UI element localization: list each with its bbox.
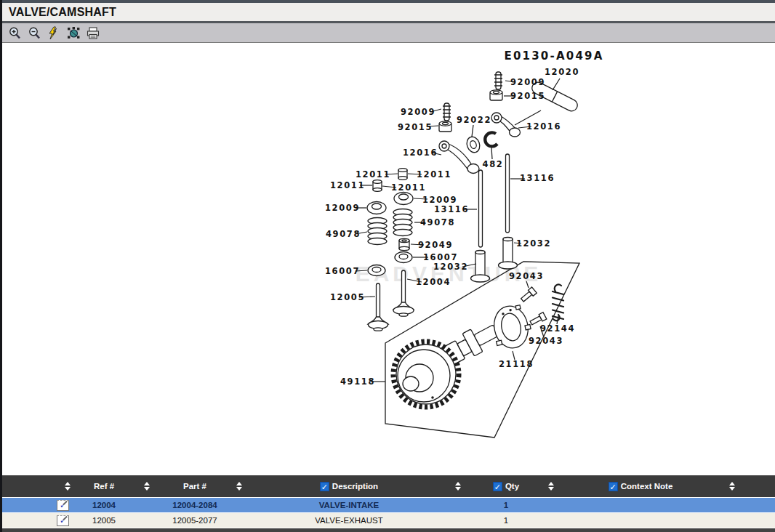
part-label: 12016 bbox=[526, 121, 561, 132]
e-clip-482 bbox=[485, 132, 497, 146]
washer-92022 bbox=[465, 135, 481, 154]
governor-plate bbox=[489, 302, 534, 351]
camshaft-gear bbox=[393, 342, 459, 407]
bottom-strip bbox=[2, 528, 775, 532]
tappet-right bbox=[499, 238, 518, 270]
spring-retainer-left bbox=[367, 202, 386, 214]
column-header-ref[interactable]: Ref # bbox=[78, 475, 130, 497]
sort-arrows[interactable] bbox=[65, 482, 71, 491]
column-header-icon bbox=[2, 475, 78, 497]
pushrod-left bbox=[479, 170, 483, 247]
sort-arrows[interactable] bbox=[729, 482, 735, 491]
exploded-diagram: EADVENTURE E0130-A049A bbox=[2, 43, 775, 477]
description-cell: VALVE-INTAKE bbox=[252, 501, 446, 509]
ref-cell: 12005 bbox=[78, 516, 130, 525]
part-label: 12011 bbox=[417, 169, 451, 180]
sort-arrows[interactable] bbox=[236, 482, 242, 491]
part-label: 12011 bbox=[356, 169, 390, 180]
column-header-qty[interactable]: Qty bbox=[470, 475, 542, 497]
part-label: 21118 bbox=[499, 359, 534, 369]
print-icon bbox=[86, 26, 100, 40]
toolbar bbox=[2, 23, 775, 43]
table-row[interactable]: 12004 12004-2084 VALVE-INTAKE 1 bbox=[2, 497, 775, 512]
valve-seal-left bbox=[368, 265, 385, 276]
adjuster-screw-right bbox=[494, 72, 502, 89]
table-header-row: Ref # Part # Description Qty bbox=[2, 475, 775, 497]
part-cell: 12005-2077 bbox=[164, 516, 226, 525]
zoom-in-button[interactable] bbox=[7, 25, 22, 40]
sort-arrows[interactable] bbox=[548, 482, 554, 491]
sort-arrows[interactable] bbox=[455, 482, 461, 491]
context-note-checkbox[interactable] bbox=[609, 482, 618, 491]
zoom-out-icon bbox=[28, 26, 41, 40]
part-label: 92043 bbox=[529, 336, 563, 346]
edit-check-icon[interactable] bbox=[57, 515, 69, 526]
flash-icon bbox=[47, 26, 60, 40]
sort-arrows[interactable] bbox=[144, 482, 150, 491]
part-cell: 12004-2084 bbox=[164, 501, 226, 509]
part-label: 92022 bbox=[457, 115, 491, 125]
part-label: 13116 bbox=[520, 173, 555, 183]
qty-cell: 1 bbox=[470, 516, 542, 525]
part-label: 12005 bbox=[330, 292, 365, 302]
locknut-left bbox=[439, 121, 451, 132]
bolt-92043-top bbox=[520, 287, 537, 303]
qty-cell: 1 bbox=[470, 501, 542, 509]
part-label: 16007 bbox=[423, 252, 458, 262]
adjuster-screw-left bbox=[443, 103, 451, 121]
part-label: 13116 bbox=[434, 204, 469, 214]
hotspot-select-button[interactable] bbox=[66, 25, 81, 40]
part-label: 12032 bbox=[516, 238, 551, 249]
part-labels: 1202092009920151201692022482920099201512… bbox=[325, 67, 579, 387]
part-label: 12032 bbox=[433, 262, 468, 272]
part-label: 12020 bbox=[545, 67, 579, 77]
part-label: 92144 bbox=[540, 323, 575, 334]
valve-keeper-bottom bbox=[373, 180, 382, 192]
zoom-out-button[interactable] bbox=[27, 25, 41, 40]
column-header-context-note[interactable]: Context Note bbox=[561, 475, 720, 497]
parts-table: Ref # Part # Description Qty bbox=[2, 475, 775, 532]
spring-seat bbox=[399, 238, 409, 250]
part-label: 12011 bbox=[330, 180, 365, 190]
diagram-canvas[interactable]: EADVENTURE E0130-A049A bbox=[2, 43, 775, 477]
valve-exhaust bbox=[368, 283, 388, 331]
part-label: 12011 bbox=[391, 182, 426, 193]
valve-spring-right bbox=[393, 209, 412, 236]
spring-retainer-right bbox=[394, 193, 413, 205]
pushrod-right bbox=[506, 154, 510, 233]
part-label: 92009 bbox=[510, 77, 545, 87]
flash-button[interactable] bbox=[47, 25, 61, 40]
part-label: 12009 bbox=[422, 195, 457, 205]
valve-keeper-top bbox=[398, 169, 407, 180]
column-header-part[interactable]: Part # bbox=[164, 475, 226, 497]
parts-catalog-window: VALVE/CAMSHAFT bbox=[0, 0, 775, 532]
part-label: 92043 bbox=[509, 271, 544, 281]
part-label: 92049 bbox=[418, 240, 453, 250]
locknut-right bbox=[490, 90, 502, 100]
part-label: 482 bbox=[483, 159, 504, 169]
print-button[interactable] bbox=[86, 25, 100, 40]
part-label: 12004 bbox=[416, 277, 451, 287]
zoom-in-icon bbox=[8, 26, 22, 40]
part-label: 92015 bbox=[510, 91, 545, 101]
description-cell: VALVE-EXHAUST bbox=[252, 516, 446, 525]
table-row[interactable]: 12005 12005-2077 VALVE-EXHAUST 1 bbox=[2, 512, 775, 528]
hotspot-select-icon bbox=[67, 26, 81, 40]
part-label: 92009 bbox=[401, 107, 435, 117]
valve-seal-right bbox=[395, 252, 412, 263]
qty-checkbox[interactable] bbox=[493, 482, 502, 491]
title-bar: VALVE/CAMSHAFT bbox=[2, 3, 775, 23]
part-label: 49078 bbox=[326, 229, 361, 239]
part-label: 12016 bbox=[403, 148, 438, 158]
ref-cell: 12004 bbox=[78, 501, 130, 509]
edit-check-icon[interactable] bbox=[57, 500, 69, 511]
page-title: VALVE/CAMSHAFT bbox=[2, 6, 116, 19]
part-label: 49078 bbox=[420, 217, 455, 227]
part-label: 49118 bbox=[340, 376, 375, 387]
column-header-description[interactable]: Description bbox=[252, 475, 446, 497]
description-checkbox[interactable] bbox=[320, 482, 329, 491]
part-label: 16007 bbox=[325, 266, 360, 276]
part-label: 92015 bbox=[398, 122, 433, 132]
diagram-code: E0130-A049A bbox=[505, 49, 604, 63]
valve-spring-left bbox=[368, 218, 387, 245]
